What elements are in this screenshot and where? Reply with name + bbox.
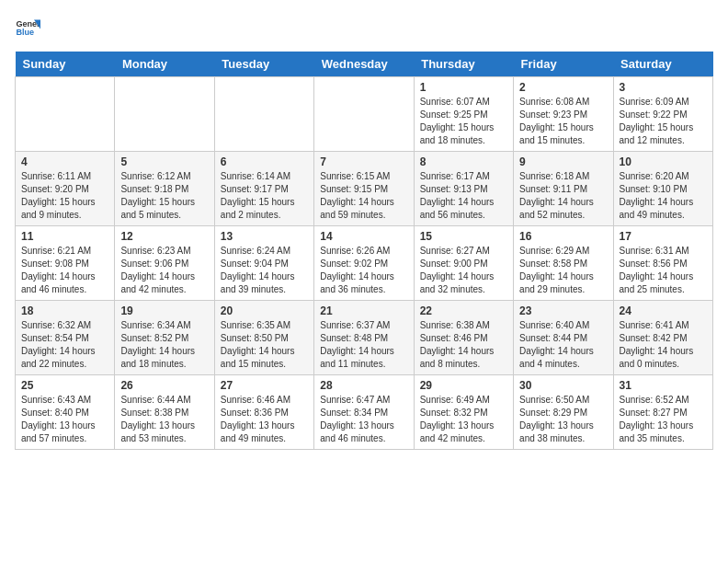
logo-icon: General Blue	[15, 15, 40, 40]
calendar-cell: 2Sunrise: 6:08 AM Sunset: 9:23 PM Daylig…	[514, 77, 613, 152]
col-header-monday: Monday	[115, 52, 214, 77]
day-number: 11	[21, 230, 108, 243]
day-number: 22	[420, 304, 507, 317]
day-info: Sunrise: 6:18 AM Sunset: 9:11 PM Dayligh…	[519, 170, 607, 222]
day-number: 24	[620, 304, 707, 317]
day-info: Sunrise: 6:41 AM Sunset: 8:42 PM Dayligh…	[620, 319, 707, 371]
day-info: Sunrise: 6:37 AM Sunset: 8:48 PM Dayligh…	[320, 319, 407, 371]
calendar-cell: 16Sunrise: 6:29 AM Sunset: 8:58 PM Dayli…	[514, 226, 613, 301]
day-info: Sunrise: 6:07 AM Sunset: 9:25 PM Dayligh…	[420, 96, 507, 147]
day-number: 10	[620, 155, 707, 168]
day-info: Sunrise: 6:35 AM Sunset: 8:50 PM Dayligh…	[221, 319, 308, 371]
day-info: Sunrise: 6:29 AM Sunset: 8:58 PM Dayligh…	[519, 245, 607, 296]
calendar-cell: 30Sunrise: 6:50 AM Sunset: 8:29 PM Dayli…	[514, 375, 613, 450]
day-info: Sunrise: 6:21 AM Sunset: 9:08 PM Dayligh…	[21, 245, 108, 296]
day-number: 21	[320, 304, 407, 317]
day-number: 30	[519, 379, 607, 392]
col-header-wednesday: Wednesday	[314, 52, 414, 77]
logo: General Blue	[15, 15, 40, 40]
calendar-cell: 1Sunrise: 6:07 AM Sunset: 9:25 PM Daylig…	[414, 77, 513, 152]
day-number: 1	[420, 81, 507, 94]
calendar-cell: 21Sunrise: 6:37 AM Sunset: 8:48 PM Dayli…	[314, 301, 414, 375]
day-number: 6	[221, 155, 308, 168]
day-info: Sunrise: 6:17 AM Sunset: 9:13 PM Dayligh…	[420, 170, 507, 222]
page-header: General Blue	[15, 15, 713, 40]
calendar-cell: 13Sunrise: 6:24 AM Sunset: 9:04 PM Dayli…	[214, 226, 313, 301]
calendar-week-4: 18Sunrise: 6:32 AM Sunset: 8:54 PM Dayli…	[16, 301, 713, 375]
calendar-cell: 3Sunrise: 6:09 AM Sunset: 9:22 PM Daylig…	[613, 77, 712, 152]
calendar-cell: 22Sunrise: 6:38 AM Sunset: 8:46 PM Dayli…	[414, 301, 513, 375]
calendar-cell: 15Sunrise: 6:27 AM Sunset: 9:00 PM Dayli…	[414, 226, 513, 301]
day-number: 7	[320, 155, 407, 168]
col-header-sunday: Sunday	[16, 52, 115, 77]
day-number: 12	[120, 230, 208, 243]
day-info: Sunrise: 6:08 AM Sunset: 9:23 PM Dayligh…	[519, 96, 607, 147]
day-info: Sunrise: 6:34 AM Sunset: 8:52 PM Dayligh…	[120, 319, 208, 371]
day-number: 31	[620, 379, 707, 392]
day-info: Sunrise: 6:23 AM Sunset: 9:06 PM Dayligh…	[120, 245, 208, 296]
calendar-week-3: 11Sunrise: 6:21 AM Sunset: 9:08 PM Dayli…	[16, 226, 713, 301]
col-header-thursday: Thursday	[414, 52, 513, 77]
day-info: Sunrise: 6:27 AM Sunset: 9:00 PM Dayligh…	[420, 245, 507, 296]
day-number: 19	[120, 304, 208, 317]
col-header-friday: Friday	[514, 52, 613, 77]
day-number: 17	[620, 230, 707, 243]
day-info: Sunrise: 6:31 AM Sunset: 8:56 PM Dayligh…	[620, 245, 707, 296]
day-info: Sunrise: 6:40 AM Sunset: 8:44 PM Dayligh…	[519, 319, 607, 371]
calendar-cell: 29Sunrise: 6:49 AM Sunset: 8:32 PM Dayli…	[414, 375, 513, 450]
calendar-week-2: 4Sunrise: 6:11 AM Sunset: 9:20 PM Daylig…	[16, 152, 713, 226]
day-number: 5	[120, 155, 208, 168]
calendar-cell: 17Sunrise: 6:31 AM Sunset: 8:56 PM Dayli…	[613, 226, 712, 301]
day-info: Sunrise: 6:15 AM Sunset: 9:15 PM Dayligh…	[320, 170, 407, 222]
day-info: Sunrise: 6:38 AM Sunset: 8:46 PM Dayligh…	[420, 319, 507, 371]
calendar-cell	[314, 77, 414, 152]
calendar-cell: 9Sunrise: 6:18 AM Sunset: 9:11 PM Daylig…	[514, 152, 613, 226]
day-info: Sunrise: 6:50 AM Sunset: 8:29 PM Dayligh…	[519, 394, 607, 445]
calendar-week-1: 1Sunrise: 6:07 AM Sunset: 9:25 PM Daylig…	[16, 77, 713, 152]
calendar-cell	[214, 77, 313, 152]
calendar-cell: 23Sunrise: 6:40 AM Sunset: 8:44 PM Dayli…	[514, 301, 613, 375]
day-info: Sunrise: 6:47 AM Sunset: 8:34 PM Dayligh…	[320, 394, 407, 445]
day-info: Sunrise: 6:20 AM Sunset: 9:10 PM Dayligh…	[620, 170, 707, 222]
day-number: 23	[519, 304, 607, 317]
calendar-table: SundayMondayTuesdayWednesdayThursdayFrid…	[15, 52, 713, 450]
calendar-cell: 7Sunrise: 6:15 AM Sunset: 9:15 PM Daylig…	[314, 152, 414, 226]
day-info: Sunrise: 6:11 AM Sunset: 9:20 PM Dayligh…	[21, 170, 108, 222]
day-number: 8	[420, 155, 507, 168]
day-number: 4	[21, 155, 108, 168]
calendar-cell: 27Sunrise: 6:46 AM Sunset: 8:36 PM Dayli…	[214, 375, 313, 450]
day-number: 29	[420, 379, 507, 392]
day-info: Sunrise: 6:12 AM Sunset: 9:18 PM Dayligh…	[120, 170, 208, 222]
calendar-cell: 14Sunrise: 6:26 AM Sunset: 9:02 PM Dayli…	[314, 226, 414, 301]
day-info: Sunrise: 6:44 AM Sunset: 8:38 PM Dayligh…	[120, 394, 208, 445]
calendar-cell: 28Sunrise: 6:47 AM Sunset: 8:34 PM Dayli…	[314, 375, 414, 450]
day-info: Sunrise: 6:26 AM Sunset: 9:02 PM Dayligh…	[320, 245, 407, 296]
calendar-cell: 12Sunrise: 6:23 AM Sunset: 9:06 PM Dayli…	[115, 226, 214, 301]
calendar-cell: 8Sunrise: 6:17 AM Sunset: 9:13 PM Daylig…	[414, 152, 513, 226]
calendar-cell: 19Sunrise: 6:34 AM Sunset: 8:52 PM Dayli…	[115, 301, 214, 375]
calendar-cell: 25Sunrise: 6:43 AM Sunset: 8:40 PM Dayli…	[16, 375, 115, 450]
col-header-saturday: Saturday	[613, 52, 712, 77]
day-number: 15	[420, 230, 507, 243]
day-number: 9	[519, 155, 607, 168]
day-info: Sunrise: 6:14 AM Sunset: 9:17 PM Dayligh…	[221, 170, 308, 222]
day-number: 26	[120, 379, 208, 392]
calendar-cell: 4Sunrise: 6:11 AM Sunset: 9:20 PM Daylig…	[16, 152, 115, 226]
day-info: Sunrise: 6:43 AM Sunset: 8:40 PM Dayligh…	[21, 394, 108, 445]
day-number: 27	[221, 379, 308, 392]
calendar-cell: 5Sunrise: 6:12 AM Sunset: 9:18 PM Daylig…	[115, 152, 214, 226]
day-info: Sunrise: 6:32 AM Sunset: 8:54 PM Dayligh…	[21, 319, 108, 371]
day-info: Sunrise: 6:49 AM Sunset: 8:32 PM Dayligh…	[420, 394, 507, 445]
day-number: 13	[221, 230, 308, 243]
calendar-cell	[115, 77, 214, 152]
day-number: 3	[620, 81, 707, 94]
day-number: 18	[21, 304, 108, 317]
header-row: SundayMondayTuesdayWednesdayThursdayFrid…	[16, 52, 713, 77]
calendar-cell: 20Sunrise: 6:35 AM Sunset: 8:50 PM Dayli…	[214, 301, 313, 375]
day-number: 2	[519, 81, 607, 94]
calendar-week-5: 25Sunrise: 6:43 AM Sunset: 8:40 PM Dayli…	[16, 375, 713, 450]
day-number: 16	[519, 230, 607, 243]
day-info: Sunrise: 6:46 AM Sunset: 8:36 PM Dayligh…	[221, 394, 308, 445]
day-number: 20	[221, 304, 308, 317]
calendar-cell: 11Sunrise: 6:21 AM Sunset: 9:08 PM Dayli…	[16, 226, 115, 301]
